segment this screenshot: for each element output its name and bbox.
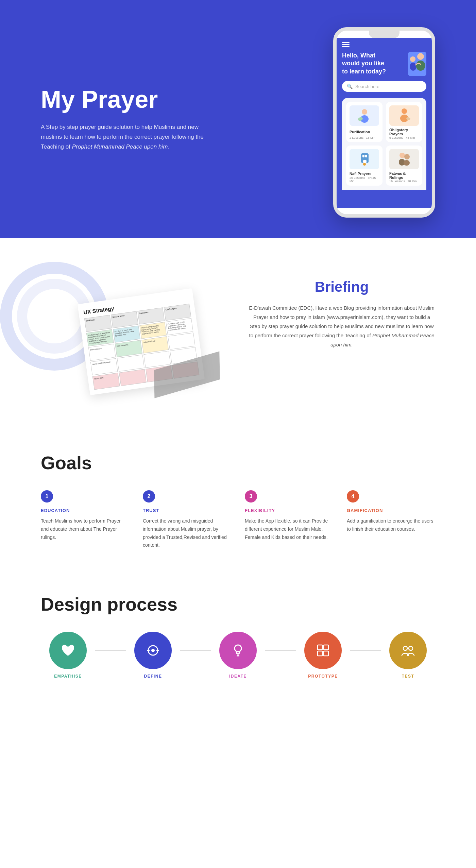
goal-item-3: 3 FLEXIBILITY Make the App flexible, so … <box>245 490 333 549</box>
search-icon: 🔍 <box>347 84 353 89</box>
svg-rect-30 <box>318 651 322 656</box>
goal-label-4: GAMIFICATION <box>347 508 435 513</box>
goals-grid: 1 EDUCATION Teach Muslims how to perform… <box>41 490 435 549</box>
svg-point-7 <box>402 108 407 114</box>
goal-desc-3: Make the App flexible, so it can Provide… <box>245 517 333 541</box>
hamburger-icon <box>342 42 350 47</box>
goal-number-4: 4 <box>347 490 359 503</box>
fatwas-card-image <box>389 149 419 169</box>
ux-doc-header-1: Problem: <box>84 315 112 332</box>
ideate-label: IDEATE <box>229 674 247 679</box>
ux-doc-header-4: Challenges: <box>164 304 191 321</box>
connector-4 <box>350 650 381 651</box>
ux-doc-diff-label: Differentiators: <box>88 344 116 361</box>
phone-card-nafl[interactable]: Nafl Prayers 20 Lessons 3H 45 Min <box>346 146 382 186</box>
define-label: DEFINE <box>144 674 162 679</box>
hero-text-block: My Prayer A Step by step prayer guide so… <box>41 86 204 152</box>
phone-card-purification[interactable]: Purification 2 Lessons 15 Min <box>346 102 382 142</box>
svg-rect-28 <box>318 645 322 650</box>
briefing-right: Briefing E-D'awah Committee (EDC), Have … <box>248 265 435 349</box>
phone-search-bar[interactable]: 🔍 Search here <box>342 81 426 92</box>
svg-point-2 <box>410 56 415 62</box>
svg-rect-1 <box>416 61 425 71</box>
process-step-test: TEST <box>381 632 435 679</box>
svg-point-25 <box>235 645 241 652</box>
ux-doc-cell-4: Providing high quality explanatory conte… <box>166 318 193 335</box>
connector-3 <box>265 650 296 651</box>
ux-doc-solution-label: Solution Ideas: <box>141 336 169 353</box>
goals-title: Goals <box>41 452 435 473</box>
svg-rect-13 <box>363 160 367 163</box>
goal-label-1: EDUCATION <box>41 508 129 513</box>
test-circle <box>389 632 427 669</box>
goal-label-3: FLEXIBILITY <box>245 508 333 513</box>
svg-rect-29 <box>324 645 328 650</box>
svg-rect-31 <box>324 651 328 656</box>
phone-screen: Hello, What would you like to learn toda… <box>337 38 432 208</box>
prototype-circle <box>304 632 342 669</box>
process-icons-row: EMPATHISE DEFINE IDEATE PROTOTYPE <box>41 632 435 679</box>
phone-search-placeholder: Search here <box>355 84 379 89</box>
goal-item-4: 4 GAMIFICATION Add a gamification to enc… <box>347 490 435 549</box>
phone-card-fatwas[interactable]: Fatwas & Rulings 16 Lessons 90 Min <box>386 146 422 186</box>
goal-number-3: 3 <box>245 490 257 503</box>
connector-1 <box>95 650 126 651</box>
goal-item-2: 2 TRUST Correct the wrong and misguided … <box>143 490 231 549</box>
define-circle <box>134 632 172 669</box>
ux-doc-header-2: Measurment: <box>111 311 138 328</box>
process-step-prototype: PROTOTYPE <box>296 632 350 679</box>
ux-doc-cell-1: Muslims want to learn how to perform the… <box>86 329 114 346</box>
briefing-left: UX Strategy Problem: Measurment: Outcome… <box>41 265 228 408</box>
goal-desc-1: Teach Muslims how to perform Prayer and … <box>41 517 129 541</box>
hero-title: My Prayer <box>41 86 204 113</box>
design-process-section: Design process EMPATHISE DEFINE IDEATE <box>0 570 476 706</box>
ux-doc-header-3: Outcome: <box>137 307 165 324</box>
goals-section: Goals 1 EDUCATION Teach Muslims how to p… <box>0 428 476 570</box>
empathise-label: EMPATHISE <box>54 674 82 679</box>
phone-notch <box>369 31 400 38</box>
ux-doc-empty-1 <box>168 333 196 350</box>
svg-point-20 <box>151 649 155 652</box>
svg-rect-12 <box>365 155 367 157</box>
goal-number-1: 1 <box>41 490 53 503</box>
test-label: TEST <box>402 674 414 679</box>
hero-phone-area: Hello, What would you like to learn toda… <box>204 20 435 218</box>
obligatory-card-title: Obligatory Prayers <box>389 128 419 136</box>
nafl-card-image <box>350 149 379 169</box>
ux-doc-persona-label: User Persona: <box>115 340 142 357</box>
obligatory-card-meta: 5 Lessons 45 Min <box>389 136 419 139</box>
svg-rect-18 <box>404 160 410 166</box>
empathise-circle <box>49 632 87 669</box>
ux-strategy-doc: UX Strategy Problem: Measurment: Outcome… <box>78 288 205 395</box>
obligatory-card-image <box>389 105 419 126</box>
ux-doc-cell-3: Providing high quality explanatory conte… <box>139 322 167 339</box>
hero-desc-italic: Prophet Muhammad Peace upon him. <box>72 143 169 150</box>
fatwas-card-title: Fatwas & Rulings <box>389 171 419 180</box>
goal-label-2: TRUST <box>143 508 231 513</box>
svg-rect-3 <box>410 63 416 71</box>
hero-section: My Prayer A Step by step prayer guide so… <box>0 0 476 238</box>
goal-desc-2: Correct the wrong and misguided informat… <box>143 517 231 549</box>
phone-header: Hello, What would you like to learn toda… <box>342 52 426 76</box>
purification-card-title: Purification <box>350 130 379 134</box>
process-step-ideate: IDEATE <box>211 632 265 679</box>
hero-description: A Step by step prayer guide solution to … <box>41 122 204 152</box>
ideate-circle <box>219 632 257 669</box>
phone-avatar <box>408 52 426 76</box>
ux-doc-cell-2: Number of users who complete lessons. Ti… <box>113 326 140 343</box>
briefing-title: Briefing <box>248 279 435 295</box>
briefing-section: UX Strategy Problem: Measurment: Outcome… <box>0 238 476 428</box>
phone-mockup: Hello, What would you like to learn toda… <box>333 27 435 218</box>
prototype-label: PROTOTYPE <box>308 674 338 679</box>
svg-point-4 <box>362 109 367 115</box>
svg-point-14 <box>363 163 366 166</box>
briefing-text: E-D'awah Committee (EDC), Have a web Blo… <box>248 303 435 349</box>
design-process-title: Design process <box>41 594 435 615</box>
phone-greeting: Hello, What would you like to learn toda… <box>342 52 390 75</box>
connector-2 <box>180 650 211 651</box>
svg-point-33 <box>409 646 413 650</box>
phone-cards-grid: Purification 2 Lessons 15 Min Obligatory… <box>342 98 426 190</box>
phone-card-obligatory[interactable]: Obligatory Prayers 5 Lessons 45 Min <box>386 102 422 142</box>
fatwas-card-meta: 16 Lessons 90 Min <box>389 180 419 183</box>
svg-rect-11 <box>362 155 364 157</box>
